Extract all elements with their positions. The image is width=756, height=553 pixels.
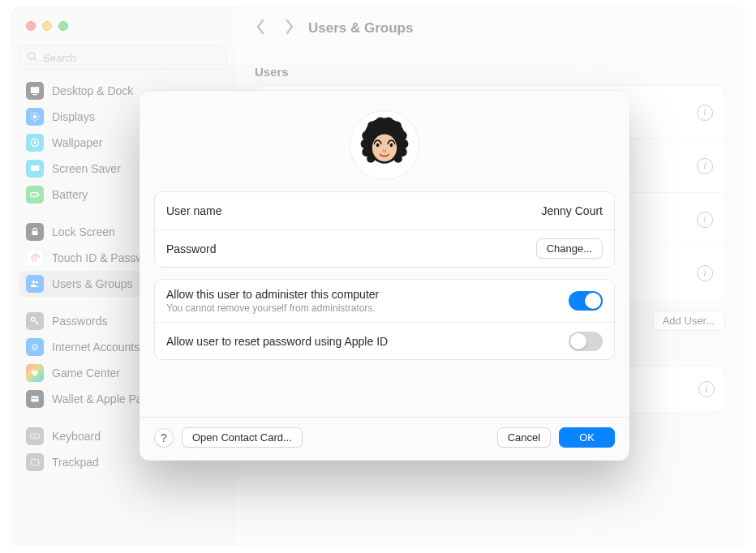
username-row: User name Jenny Court	[155, 192, 614, 229]
sheet-actions: ? Open Contact Card... Cancel OK	[154, 427, 615, 448]
svg-point-31	[397, 131, 407, 140]
identity-card: User name Jenny Court Password Change...	[154, 191, 615, 268]
reset-password-row: Allow user to reset password using Apple…	[155, 322, 614, 359]
divider	[140, 417, 629, 418]
admin-row: Allow this user to administer this compu…	[155, 280, 614, 322]
svg-point-30	[367, 155, 375, 163]
svg-point-37	[384, 118, 393, 127]
help-button[interactable]: ?	[154, 428, 174, 448]
open-contact-card-button[interactable]: Open Contact Card...	[182, 427, 303, 448]
username-label: User name	[166, 204, 221, 217]
svg-point-36	[376, 118, 385, 127]
svg-point-35	[367, 122, 377, 131]
user-details-sheet: User name Jenny Court Password Change...…	[140, 91, 629, 461]
change-password-button[interactable]: Change...	[536, 238, 603, 259]
svg-point-26	[390, 144, 393, 148]
reset-password-toggle[interactable]	[569, 332, 603, 351]
svg-point-24	[372, 135, 397, 162]
svg-point-32	[399, 139, 409, 148]
svg-point-34	[394, 155, 402, 163]
user-avatar[interactable]	[350, 110, 419, 180]
password-row: Password Change...	[155, 229, 614, 267]
admin-toggle[interactable]	[569, 291, 603, 311]
username-value: Jenny Court	[542, 204, 603, 217]
admin-sublabel: You cannot remove yourself from administ…	[166, 302, 379, 314]
svg-point-38	[392, 122, 402, 131]
svg-point-27	[362, 131, 372, 140]
svg-point-28	[361, 139, 371, 148]
svg-point-25	[376, 144, 380, 148]
cancel-button[interactable]: Cancel	[497, 427, 551, 448]
ok-button[interactable]: OK	[559, 427, 615, 448]
reset-password-label: Allow user to reset password using Apple…	[166, 335, 388, 348]
permissions-card: Allow this user to administer this compu…	[154, 279, 615, 360]
admin-label: Allow this user to administer this compu…	[166, 288, 379, 301]
password-label: Password	[166, 242, 216, 255]
